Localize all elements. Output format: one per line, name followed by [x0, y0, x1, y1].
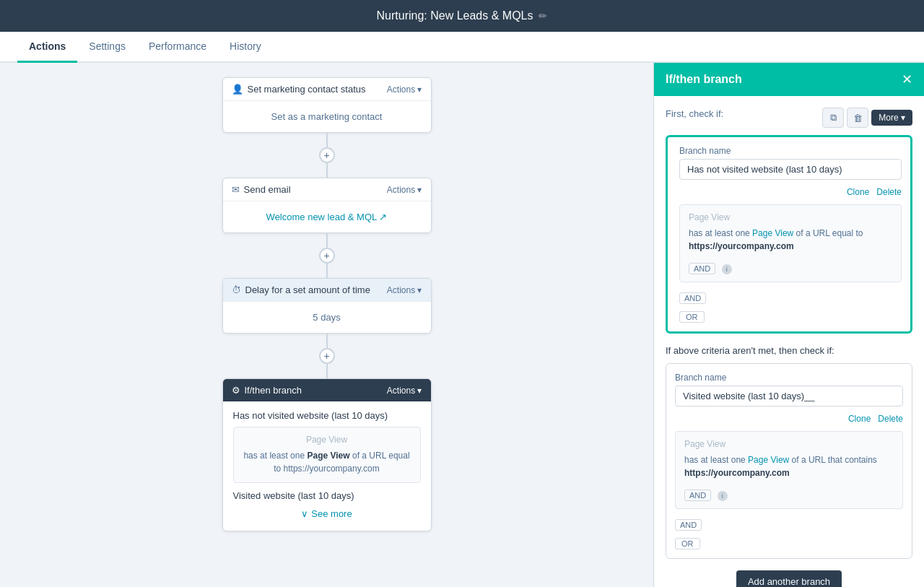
clock-icon: ⏱ [232, 284, 241, 295]
topbar: Nurturing: New Leads & MQLs ✏ [0, 0, 924, 32]
connector-1: + [319, 133, 335, 178]
delete-btn-1[interactable]: Delete [876, 187, 902, 197]
ifthen-body: Has not visited website (last 10 days) P… [223, 401, 431, 531]
branch-name-label-2: Branch name [675, 373, 903, 383]
condition-text-canvas: has at least one Page View of a URL equa… [243, 449, 411, 475]
actions-btn-delay[interactable]: Actions ▾ [387, 285, 422, 295]
node-header-email-left: ✉ Send email [232, 184, 291, 195]
info-icon-1: i [722, 264, 732, 274]
workflow-canvas: 👤 Set marketing contact status Actions ▾… [0, 63, 653, 587]
ifthen-header: ⚙ If/then branch Actions ▾ [223, 379, 431, 401]
topbar-title: Nurturing: New Leads & MQLs [377, 9, 533, 22]
or-btn-1[interactable]: OR [679, 311, 705, 323]
tab-performance[interactable]: Performance [137, 32, 218, 63]
node-header-marketing: 👤 Set marketing contact status Actions ▾ [223, 78, 431, 101]
and-btn-1[interactable]: AND [689, 263, 715, 274]
copy-icon-btn[interactable]: ⧉ [822, 108, 844, 128]
connector-line [326, 233, 328, 248]
condition-text-1: has at least one Page View of a URL equa… [689, 227, 892, 253]
branch-2-section: Branch name Clone Delete Page View has a… [666, 363, 912, 559]
branch-has-not-visited-label: Has not visited website (last 10 days) [233, 410, 421, 421]
delete-icon-btn[interactable]: 🗑 [847, 108, 868, 128]
nav-tabs: Actions Settings Performance History [0, 32, 924, 63]
connector-line [326, 264, 328, 278]
info-icon-2: i [718, 491, 728, 501]
connector-line [326, 163, 328, 178]
add-step-btn-2[interactable]: + [319, 248, 335, 264]
and-btn-below-1[interactable]: AND [679, 292, 706, 304]
panel-body: First, check if: ⧉ 🗑 More ▾ Branch name … [654, 96, 924, 587]
connector-line [326, 334, 328, 348]
and-row-2: AND i [684, 485, 894, 501]
node-header-delay-left: ⏱ Delay for a set amount of time [232, 284, 370, 295]
tab-settings[interactable]: Settings [77, 32, 137, 63]
ifthen-type: If/then branch [245, 385, 302, 396]
right-panel: If/then branch ✕ First, check if: ⧉ 🗑 Mo… [653, 63, 924, 587]
panel-header: If/then branch ✕ [654, 63, 924, 96]
node-type-email: Send email [244, 184, 291, 195]
person-icon: 👤 [232, 84, 243, 95]
email-icon: ✉ [232, 184, 240, 195]
clone-delete-row-1: Clone Delete [679, 187, 902, 197]
and-btn-below-2[interactable]: AND [675, 519, 702, 531]
and-row-below-1: AND [679, 288, 902, 304]
add-step-btn-3[interactable]: + [319, 348, 335, 364]
delete-btn-2[interactable]: Delete [878, 414, 903, 424]
connector-2: + [319, 233, 335, 278]
branch-name-input-1[interactable] [679, 159, 902, 180]
connector-3: + [319, 334, 335, 378]
second-check-label: If above criteria aren't met, then check… [666, 345, 912, 356]
connector-line [326, 364, 328, 378]
page-view-title-canvas: Page View [243, 435, 411, 445]
or-row-2: OR [675, 536, 903, 549]
or-row-1: OR [679, 310, 902, 323]
node-delay: ⏱ Delay for a set amount of time Actions… [222, 278, 432, 334]
actions-btn-email[interactable]: Actions ▾ [387, 185, 422, 195]
tab-history[interactable]: History [218, 32, 273, 63]
panel-close-btn[interactable]: ✕ [902, 71, 912, 87]
condition-title-1: Page View [689, 212, 892, 222]
node-header-email: ✉ Send email Actions ▾ [223, 178, 431, 201]
connector-line [326, 133, 328, 147]
node-body-delay: 5 days [223, 302, 431, 333]
main-layout: 👤 Set marketing contact status Actions ▾… [0, 63, 924, 587]
node-type-marketing: Set marketing contact status [248, 84, 366, 95]
page-view-link-2: Page View [748, 455, 789, 465]
node-header-delay: ⏱ Delay for a set amount of time Actions… [223, 279, 431, 302]
clone-btn-2[interactable]: Clone [848, 414, 871, 424]
node-send-email: ✉ Send email Actions ▾ Welcome new lead … [222, 178, 432, 233]
or-btn-2[interactable]: OR [675, 538, 700, 549]
more-btn[interactable]: More ▾ [871, 110, 912, 126]
condition-title-2: Page View [684, 439, 894, 449]
email-link[interactable]: Welcome new lead & MQL ↗ [266, 212, 388, 222]
page-view-link-1: Page View [752, 228, 793, 238]
actions-btn-marketing[interactable]: Actions ▾ [387, 84, 422, 95]
clone-btn-1[interactable]: Clone [847, 187, 869, 197]
and-btn-2[interactable]: AND [684, 490, 711, 501]
condition-text-2: has at least one Page View of a URL that… [684, 453, 894, 479]
node-body-marketing: Set as a marketing contact [223, 101, 431, 132]
condition-card-2: Page View has at least one Page View of … [675, 431, 903, 509]
visited-label: Visited website (last 10 days) [233, 490, 421, 501]
tab-actions[interactable]: Actions [17, 32, 77, 63]
chevron-down-icon: ∨ [301, 508, 308, 519]
add-branch-btn[interactable]: Add another branch [736, 570, 842, 587]
ifthen-icon: ⚙ [232, 385, 240, 396]
branch-name-input-2[interactable] [675, 386, 903, 406]
node-type-delay: Delay for a set amount of time [245, 284, 370, 295]
and-row-1: AND i [689, 258, 892, 274]
page-view-link-canvas: Page View [307, 451, 349, 461]
node-marketing-status: 👤 Set marketing contact status Actions ▾… [222, 77, 432, 133]
node-header-left: 👤 Set marketing contact status [232, 84, 366, 95]
panel-title: If/then branch [666, 73, 742, 86]
actions-btn-ifthen[interactable]: Actions ▾ [387, 386, 422, 396]
first-check-label: First, check if: [666, 108, 723, 119]
see-more-btn[interactable]: ∨ See more [233, 501, 421, 522]
condition-card-1: Page View has at least one Page View of … [679, 204, 902, 282]
clone-delete-row-2: Clone Delete [675, 414, 903, 424]
page-view-card-canvas: Page View has at least one Page View of … [233, 427, 421, 483]
and-row-below-2: AND [675, 515, 903, 531]
add-step-btn-1[interactable]: + [319, 147, 335, 163]
edit-icon[interactable]: ✏ [539, 10, 547, 22]
branch-name-label-1: Branch name [679, 146, 902, 156]
